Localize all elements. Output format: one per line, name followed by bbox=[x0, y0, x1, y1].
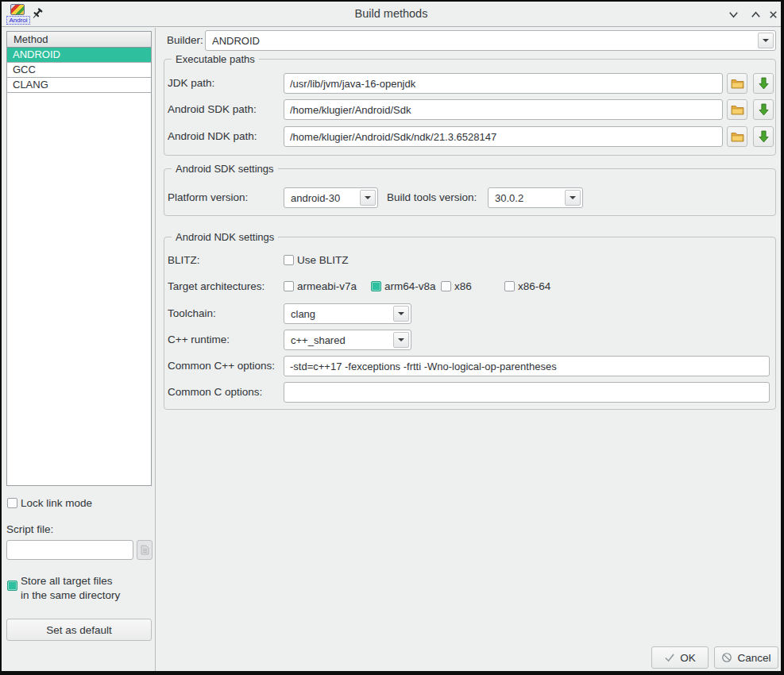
sdk-browse-button[interactable] bbox=[727, 99, 747, 120]
folder-icon bbox=[731, 131, 744, 142]
builder-value: ANDROID bbox=[212, 35, 260, 47]
builder-dropdown-arrow-icon[interactable] bbox=[758, 33, 774, 48]
method-list-header[interactable]: Method bbox=[7, 32, 151, 48]
platform-version-combobox[interactable]: android-30 bbox=[284, 187, 378, 208]
common-c-options-label: Common C options: bbox=[168, 386, 262, 399]
use-blitz-checkbox[interactable] bbox=[284, 255, 294, 265]
sdk-path-input[interactable] bbox=[284, 99, 723, 120]
arch-armeabi-v7a-checkbox[interactable] bbox=[284, 281, 294, 291]
store-target-files-checkbox[interactable] bbox=[7, 580, 17, 591]
arch-x86-label[interactable]: x86 bbox=[454, 280, 472, 293]
folder-icon bbox=[731, 78, 744, 89]
set-as-default-label: Set as default bbox=[46, 624, 112, 636]
script-file-label: Script file: bbox=[6, 523, 53, 536]
ndk-browse-button[interactable] bbox=[727, 126, 747, 147]
ndk-detect-button[interactable] bbox=[753, 126, 774, 147]
green-down-arrow-icon bbox=[759, 77, 769, 90]
common-cpp-options-label: Common C++ options: bbox=[168, 360, 275, 372]
build-tools-dropdown-arrow-icon[interactable] bbox=[565, 190, 581, 206]
ok-button-label: OK bbox=[680, 652, 696, 664]
close-icon bbox=[767, 9, 779, 21]
ok-button[interactable]: OK bbox=[651, 646, 709, 669]
target-architectures-label: Target architectures: bbox=[168, 280, 265, 293]
platform-version-label: Platform version: bbox=[168, 191, 248, 204]
document-icon bbox=[141, 545, 149, 555]
method-item-gcc[interactable]: GCC bbox=[7, 63, 151, 78]
store-target-files-label-line1[interactable]: Store all target files bbox=[21, 575, 113, 588]
use-blitz-checkbox-label[interactable]: Use BLITZ bbox=[297, 254, 349, 267]
executable-paths-title: Executable paths bbox=[172, 52, 259, 66]
lock-link-mode-checkbox[interactable] bbox=[7, 498, 17, 508]
method-item-clang[interactable]: CLANG bbox=[7, 78, 151, 93]
ndk-path-label: Android NDK path: bbox=[168, 130, 257, 143]
ndk-path-input[interactable] bbox=[284, 126, 723, 147]
set-as-default-button[interactable]: Set as default bbox=[6, 619, 152, 641]
cpp-runtime-label: C++ runtime: bbox=[168, 334, 230, 346]
chevron-down-icon bbox=[728, 9, 740, 21]
jdk-detect-button[interactable] bbox=[753, 73, 774, 94]
arch-armeabi-v7a-label[interactable]: armeabi-v7a bbox=[297, 280, 357, 293]
build-methods-dialog: Androi Build methods Method ANDROID G bbox=[0, 0, 784, 675]
arch-arm64-v8a-label[interactable]: arm64-v8a bbox=[384, 280, 436, 293]
build-tools-label: Build tools version: bbox=[387, 191, 477, 204]
check-icon bbox=[664, 652, 675, 663]
panel-splitter[interactable] bbox=[155, 28, 156, 673]
shade-button[interactable] bbox=[726, 8, 740, 21]
platform-dropdown-arrow-icon[interactable] bbox=[360, 190, 376, 206]
green-down-arrow-icon bbox=[759, 130, 769, 143]
chevron-up-icon bbox=[750, 9, 762, 21]
ndk-settings-title: Android NDK settings bbox=[172, 230, 278, 244]
cancel-button-label: Cancel bbox=[737, 652, 770, 664]
arch-x86-checkbox[interactable] bbox=[441, 281, 451, 291]
cpp-runtime-dropdown-arrow-icon[interactable] bbox=[393, 332, 409, 348]
jdk-path-label: JDK path: bbox=[168, 77, 214, 90]
cancel-prohibition-icon bbox=[721, 652, 732, 663]
jdk-path-input[interactable] bbox=[284, 73, 723, 94]
lock-link-mode-label[interactable]: Lock link mode bbox=[21, 497, 92, 510]
store-target-files-label-line2[interactable]: in the same directory bbox=[21, 589, 120, 602]
arch-arm64-v8a-checkbox[interactable] bbox=[371, 281, 381, 291]
toolchain-label: Toolchain: bbox=[168, 307, 216, 320]
folder-icon bbox=[731, 104, 744, 115]
titlebar-separator bbox=[2, 26, 781, 27]
toolchain-value: clang bbox=[291, 308, 315, 320]
green-down-arrow-icon bbox=[759, 103, 769, 116]
sdk-detect-button[interactable] bbox=[753, 99, 774, 120]
common-cpp-options-input[interactable] bbox=[284, 356, 770, 376]
script-file-input[interactable] bbox=[6, 540, 133, 560]
builder-combobox[interactable]: ANDROID bbox=[205, 30, 776, 51]
method-item-android[interactable]: ANDROID bbox=[7, 48, 151, 63]
dialog-title: Build methods bbox=[2, 7, 781, 20]
arch-x86-64-label[interactable]: x86-64 bbox=[518, 280, 550, 293]
cpp-runtime-combobox[interactable]: c++_shared bbox=[284, 330, 411, 350]
sdk-settings-title: Android SDK settings bbox=[172, 162, 278, 176]
build-tools-combobox[interactable]: 30.0.2 bbox=[488, 187, 583, 208]
toolchain-dropdown-arrow-icon[interactable] bbox=[393, 306, 409, 322]
toolchain-combobox[interactable]: clang bbox=[284, 303, 411, 324]
cpp-runtime-value: c++_shared bbox=[291, 334, 346, 346]
sdk-path-label: Android SDK path: bbox=[168, 103, 257, 116]
arch-x86-64-checkbox[interactable] bbox=[504, 281, 515, 291]
common-c-options-input[interactable] bbox=[284, 382, 770, 403]
script-file-browse-button[interactable] bbox=[137, 540, 153, 560]
builder-label: Builder: bbox=[167, 34, 203, 47]
build-tools-value: 30.0.2 bbox=[495, 192, 523, 204]
platform-version-value: android-30 bbox=[291, 192, 340, 204]
cancel-button[interactable]: Cancel bbox=[714, 646, 778, 669]
blitz-label: BLITZ: bbox=[168, 254, 200, 267]
jdk-browse-button[interactable] bbox=[727, 73, 747, 94]
method-list: Method ANDROID GCC CLANG bbox=[6, 31, 152, 486]
close-button[interactable] bbox=[766, 8, 780, 21]
maximize-button[interactable] bbox=[748, 8, 763, 21]
